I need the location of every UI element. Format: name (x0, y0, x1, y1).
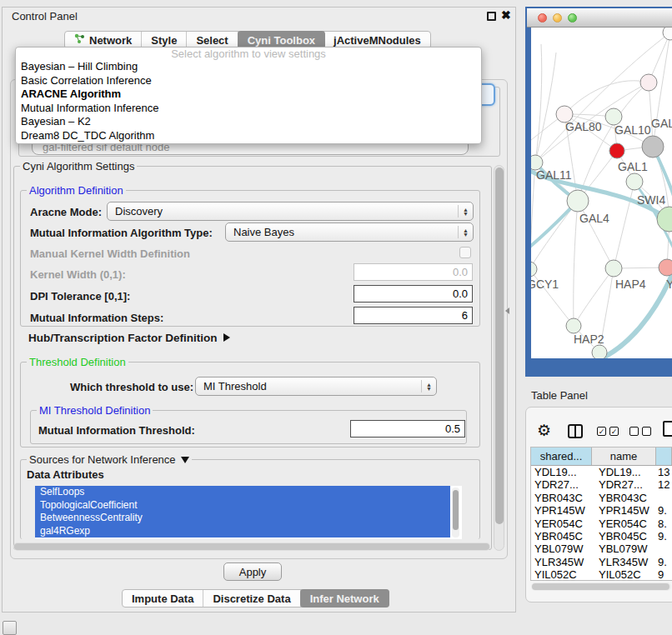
minimized-panel-button[interactable] (3, 621, 17, 635)
table-cell[interactable]: YBR045C (592, 530, 656, 542)
node-hap4[interactable] (605, 260, 622, 277)
table-cell[interactable]: YBR043C (531, 492, 592, 504)
table-row[interactable]: YDR27...YDR27...12 (531, 478, 672, 491)
network-edge[interactable] (574, 201, 578, 326)
node-top[interactable] (663, 28, 672, 40)
table-cell[interactable]: YIL052C (531, 568, 592, 581)
attribute-item[interactable]: SelfLoops (35, 486, 450, 499)
hub-definition-toggle[interactable]: Hub/Transcription Factor Definition (28, 332, 230, 344)
which-threshold-combobox[interactable]: MI Threshold ▲▼ (195, 377, 437, 396)
table-row[interactable]: YER054CYER054C8. (531, 518, 672, 530)
tab-select[interactable]: Select (187, 32, 238, 48)
network-edge[interactable] (535, 52, 556, 162)
settings-horizontal-scrollbar-thumb[interactable] (14, 543, 489, 550)
mi-type-combobox[interactable]: Naive Bayes ▲▼ (225, 222, 474, 242)
export-table-icon[interactable] (663, 421, 672, 437)
attribute-item[interactable]: TopologicalCoefficient (35, 499, 450, 512)
column-header-name[interactable]: name (592, 448, 656, 465)
table-cell[interactable]: YDL19... (531, 466, 592, 478)
table-cell[interactable]: YBL079W (531, 542, 592, 555)
table-horizontal-scrollbar[interactable] (531, 582, 671, 591)
table-cell[interactable]: YER054C (531, 518, 592, 530)
splitter-grip[interactable] (505, 308, 509, 314)
manual-kernel-checkbox[interactable] (459, 247, 471, 258)
select-all-checkbox-icon[interactable]: ✓ (609, 427, 619, 436)
table-cell[interactable]: YLR345W (592, 556, 656, 568)
node-gal7[interactable] (640, 74, 657, 91)
node-big-green[interactable] (657, 207, 672, 232)
table-settings-gear-icon[interactable]: ⚙ (537, 421, 551, 440)
table-cell[interactable]: YPR145W (531, 504, 592, 517)
tab-network[interactable]: Network (65, 32, 142, 48)
node-swi4[interactable] (626, 173, 643, 190)
attribute-item[interactable]: gal4RGexp (35, 525, 450, 538)
algorithm-option-bayesian-k2[interactable]: Bayesian – K2 (16, 115, 481, 129)
tab-infer-network[interactable]: Infer Network (300, 589, 389, 608)
select-all-checkbox-icon[interactable]: ✓ (597, 427, 606, 436)
show-columns-icon[interactable] (568, 424, 583, 438)
node-salmon[interactable] (659, 259, 672, 276)
table-cell[interactable]: YPR145W (592, 504, 656, 517)
node-bottom[interactable] (592, 345, 607, 358)
close-panel-icon[interactable]: ✖ (501, 8, 511, 22)
table-cell[interactable]: YBR043C (592, 492, 656, 504)
network-edge[interactable] (535, 44, 542, 162)
window-zoom-button[interactable] (568, 13, 577, 22)
tab-discretize-data[interactable]: Discretize Data (203, 590, 300, 607)
table-cell[interactable]: YLR345W (531, 556, 592, 568)
network-canvas[interactable]: GAL7GAL80GAL10GAL1GAL11SWI4GAL4GCY1HAP4Y… (531, 28, 672, 358)
table-row[interactable]: YBR043CYBR043C (531, 492, 672, 504)
table-cell[interactable]: 9. (656, 556, 672, 568)
table-cell[interactable]: YIL052C (592, 568, 656, 581)
node-gal10[interactable] (605, 108, 622, 125)
list-scrollbar[interactable] (452, 488, 459, 538)
network-edge[interactable] (531, 201, 578, 269)
network-edge[interactable] (574, 268, 614, 326)
tab-jactivemnodules[interactable]: jActiveMNodules (324, 32, 430, 48)
table-horizontal-scrollbar-thumb[interactable] (532, 583, 669, 590)
algorithm-option-aracne[interactable]: ARACNE Algorithm (16, 88, 481, 102)
table-cell[interactable]: 12 (656, 478, 672, 491)
table-cell[interactable]: YDR27... (592, 478, 656, 491)
table-cell[interactable]: YER054C (592, 518, 656, 530)
table-row[interactable]: YLR345WYLR345W9. (531, 556, 672, 568)
table-row[interactable]: YIL052CYIL052C9 (531, 568, 672, 581)
attribute-item[interactable]: BetweennessCentrality (35, 512, 450, 525)
node-gcy1[interactable] (531, 262, 537, 277)
kernel-width-field[interactable]: 0.0 (354, 263, 473, 281)
table-cell[interactable]: 9. (656, 504, 672, 517)
mi-steps-field[interactable]: 6 (354, 307, 473, 324)
network-window-titlebar[interactable] (527, 8, 672, 28)
apply-button[interactable]: Apply (223, 562, 282, 581)
table-cell[interactable]: 13 (656, 466, 672, 478)
table-cell[interactable]: 8. (656, 518, 672, 530)
list-scrollbar-thumb[interactable] (453, 490, 459, 530)
node-hub-gray[interactable] (642, 136, 664, 158)
algorithm-option-mutual-information[interactable]: Mutual Information Inference (16, 102, 481, 116)
network-edge[interactable] (531, 162, 535, 269)
table-row[interactable]: YPR145WYPR145W9. (531, 504, 672, 517)
table-cell[interactable]: YDR27... (531, 478, 592, 491)
table-cell[interactable]: 9 (656, 568, 672, 581)
tab-impute-data[interactable]: Impute Data (123, 590, 203, 607)
table-row[interactable]: YBL079WYBL079W (531, 542, 672, 555)
algorithm-option-basic-correlation[interactable]: Basic Correlation Inference (16, 74, 481, 88)
tab-style[interactable]: Style (142, 32, 187, 48)
deselect-all-checkbox-icon[interactable] (642, 427, 651, 436)
node-gal4[interactable] (567, 190, 589, 212)
table-row[interactable]: YDL19...YDL19...13 (531, 466, 672, 478)
window-close-button[interactable] (538, 13, 547, 22)
table-row[interactable]: YBR045CYBR045C9. (531, 530, 672, 542)
mi-threshold-field[interactable]: 0.5 (350, 420, 465, 438)
node-hap2[interactable] (566, 318, 581, 333)
window-minimize-button[interactable] (553, 13, 562, 22)
deselect-all-checkbox-icon[interactable] (629, 427, 639, 436)
table-cell[interactable]: YDL19... (592, 466, 656, 478)
table-cell[interactable]: YBR045C (531, 530, 592, 542)
aracne-mode-combobox[interactable]: Discovery ▲▼ (107, 202, 474, 221)
algorithm-option-bayesian-hill[interactable]: Bayesian – Hill Climbing (16, 60, 481, 74)
sources-group-toggle[interactable]: Sources for Network Inference (27, 453, 192, 466)
node-gal1[interactable] (609, 143, 624, 158)
settings-horizontal-scrollbar[interactable] (13, 542, 490, 551)
table-cell[interactable] (656, 542, 672, 555)
